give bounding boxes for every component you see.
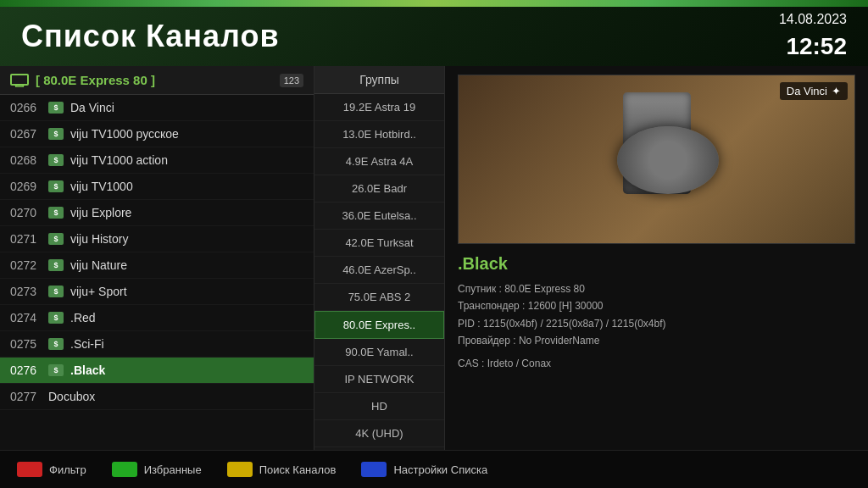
group-item[interactable]: 4.9E Astra 4A bbox=[314, 148, 444, 175]
info-transponder: Транспондер : 12600 [H] 30000 bbox=[458, 297, 855, 314]
preview-channel-icon: ✦ bbox=[832, 85, 841, 97]
channel-name: viju TV1000 action bbox=[70, 153, 168, 167]
channel-item[interactable]: 0268 $ viju TV1000 action bbox=[0, 147, 314, 174]
red-button-icon bbox=[17, 462, 42, 477]
toolbar-label-blue: Настройки Списка bbox=[393, 463, 487, 476]
group-item[interactable]: 80.0E Expres.. bbox=[314, 311, 444, 339]
group-name: [ 80.0E Express 80 ] bbox=[36, 73, 155, 87]
channel-name: .Black bbox=[70, 363, 105, 377]
toolbar-label-yellow: Поиск Каналов bbox=[259, 463, 337, 476]
channel-number: 0277 bbox=[10, 390, 48, 403]
channel-item[interactable]: 0272 $ viju Nature bbox=[0, 252, 314, 279]
toolbar-label-green: Избранные bbox=[144, 463, 202, 476]
preview-image: Da Vinci ✦ bbox=[458, 75, 855, 244]
channel-group-label: [ 80.0E Express 80 ] bbox=[10, 73, 155, 87]
preview-panel: Da Vinci ✦ .Black Спутник : 80.0E Expres… bbox=[445, 66, 868, 450]
top-bar bbox=[0, 0, 868, 7]
encrypted-icon: $ bbox=[48, 286, 64, 297]
channel-item[interactable]: 0276 $ .Black bbox=[0, 358, 314, 384]
channel-number: 0266 bbox=[10, 101, 48, 114]
group-item[interactable]: 46.0E AzerSp.. bbox=[314, 257, 444, 284]
channel-name: Docubox bbox=[48, 390, 95, 403]
group-item[interactable]: 75.0E ABS 2 bbox=[314, 284, 444, 311]
channel-name: .Sci-Fi bbox=[70, 337, 104, 351]
toolbar-items-container: Фильтр Избранные Поиск Каналов Настройки… bbox=[17, 462, 487, 477]
channel-name: viju Nature bbox=[70, 258, 127, 272]
channel-item[interactable]: 0270 $ viju Explore bbox=[0, 200, 314, 226]
encrypted-icon: $ bbox=[48, 207, 64, 219]
header: Список Каналов 14.08.2023 12:52 bbox=[0, 7, 868, 66]
page-title: Список Каналов bbox=[21, 19, 280, 54]
channel-item[interactable]: 0271 $ viju History bbox=[0, 226, 314, 252]
channel-item[interactable]: 0274 $ .Red bbox=[0, 305, 314, 331]
date: 14.08.2023 bbox=[779, 10, 847, 29]
toolbar-item-green[interactable]: Избранные bbox=[112, 462, 202, 477]
encrypted-icon: $ bbox=[48, 338, 64, 350]
green-button-icon bbox=[112, 462, 137, 477]
toolbar-item-red[interactable]: Фильтр bbox=[17, 462, 86, 477]
time: 12:52 bbox=[779, 30, 847, 63]
tv-icon bbox=[10, 74, 29, 87]
main-content: [ 80.0E Express 80 ] 123 0266 $ Da Vinci… bbox=[0, 66, 868, 450]
channel-name: viju TV1000 bbox=[70, 180, 133, 193]
group-item[interactable]: 13.0E Hotbird.. bbox=[314, 121, 444, 148]
blue-button-icon bbox=[361, 462, 387, 477]
svg-rect-0 bbox=[11, 75, 28, 85]
channel-list: [ 80.0E Express 80 ] 123 0266 $ Da Vinci… bbox=[0, 66, 314, 450]
channel-number: 0267 bbox=[10, 127, 48, 141]
group-item[interactable]: 90.0E Yamal.. bbox=[314, 339, 444, 366]
channel-number: 0270 bbox=[10, 206, 48, 219]
channel-item[interactable]: 0267 $ viju TV1000 русское bbox=[0, 121, 314, 147]
channel-number: 0276 bbox=[10, 363, 48, 377]
encrypted-icon: $ bbox=[48, 233, 64, 245]
datetime: 14.08.2023 12:52 bbox=[779, 10, 847, 63]
channel-info: .Black Спутник : 80.0E Express 80 Трансп… bbox=[458, 254, 855, 441]
channel-number: 0274 bbox=[10, 311, 48, 324]
channel-info-title: .Black bbox=[458, 254, 855, 274]
bottom-toolbar: Фильтр Избранные Поиск Каналов Настройки… bbox=[0, 450, 868, 488]
channel-item[interactable]: 0277 Docubox bbox=[0, 384, 314, 410]
channel-number: 0271 bbox=[10, 232, 48, 246]
channel-list-header: [ 80.0E Express 80 ] 123 bbox=[0, 66, 314, 95]
channel-count: 123 bbox=[280, 74, 303, 87]
channel-item[interactable]: 0266 $ Da Vinci bbox=[0, 95, 314, 121]
channel-name: Da Vinci bbox=[70, 101, 114, 114]
encrypted-icon: $ bbox=[48, 180, 64, 192]
info-satellite: Спутник : 80.0E Express 80 bbox=[458, 280, 855, 297]
info-pid: PID : 1215(0x4bf) / 2215(0x8a7) / 1215(0… bbox=[458, 315, 855, 332]
channel-items-container: 0266 $ Da Vinci 0267 $ viju TV1000 русск… bbox=[0, 95, 314, 410]
channel-number: 0269 bbox=[10, 180, 48, 193]
toolbar-item-blue[interactable]: Настройки Списка bbox=[361, 462, 487, 477]
channel-number: 0273 bbox=[10, 285, 48, 298]
channel-number: 0268 bbox=[10, 153, 48, 167]
channel-item[interactable]: 0269 $ viju TV1000 bbox=[0, 174, 314, 200]
toolbar-item-yellow[interactable]: Поиск Каналов bbox=[227, 462, 337, 477]
channel-number: 0272 bbox=[10, 258, 48, 272]
channel-name: viju TV1000 русское bbox=[70, 127, 179, 141]
encrypted-icon: $ bbox=[48, 259, 64, 271]
group-item[interactable]: 4K (UHD) bbox=[314, 420, 444, 447]
channel-name: viju+ Sport bbox=[70, 285, 127, 298]
groups-header: Группы bbox=[314, 66, 444, 94]
group-item[interactable]: HD bbox=[314, 393, 444, 420]
channel-item[interactable]: 0273 $ viju+ Sport bbox=[0, 279, 314, 305]
toolbar-label-red: Фильтр bbox=[49, 463, 86, 476]
preview-channel-name: Da Vinci bbox=[787, 85, 827, 97]
encrypted-icon: $ bbox=[48, 128, 64, 140]
group-item[interactable]: 36.0E Eutelsa.. bbox=[314, 202, 444, 230]
group-items-container: 19.2E Astra 1913.0E Hotbird..4.9E Astra … bbox=[314, 94, 444, 447]
channel-name: viju History bbox=[70, 232, 128, 246]
encrypted-icon: $ bbox=[48, 312, 64, 324]
channel-info-details: Спутник : 80.0E Express 80 Транспондер :… bbox=[458, 280, 855, 372]
channel-item[interactable]: 0275 $ .Sci-Fi bbox=[0, 331, 314, 358]
groups-panel: Группы 19.2E Astra 1913.0E Hotbird..4.9E… bbox=[314, 66, 445, 450]
group-item[interactable]: IP NETWORK bbox=[314, 366, 444, 393]
group-item[interactable]: 42.0E Turksat bbox=[314, 230, 444, 257]
channel-name: .Red bbox=[70, 311, 96, 324]
robot-preview bbox=[459, 75, 854, 243]
encrypted-icon: $ bbox=[48, 102, 64, 114]
channel-name: viju Explore bbox=[70, 206, 131, 219]
yellow-button-icon bbox=[227, 462, 253, 477]
group-item[interactable]: 19.2E Astra 19 bbox=[314, 94, 444, 121]
group-item[interactable]: 26.0E Badr bbox=[314, 175, 444, 202]
